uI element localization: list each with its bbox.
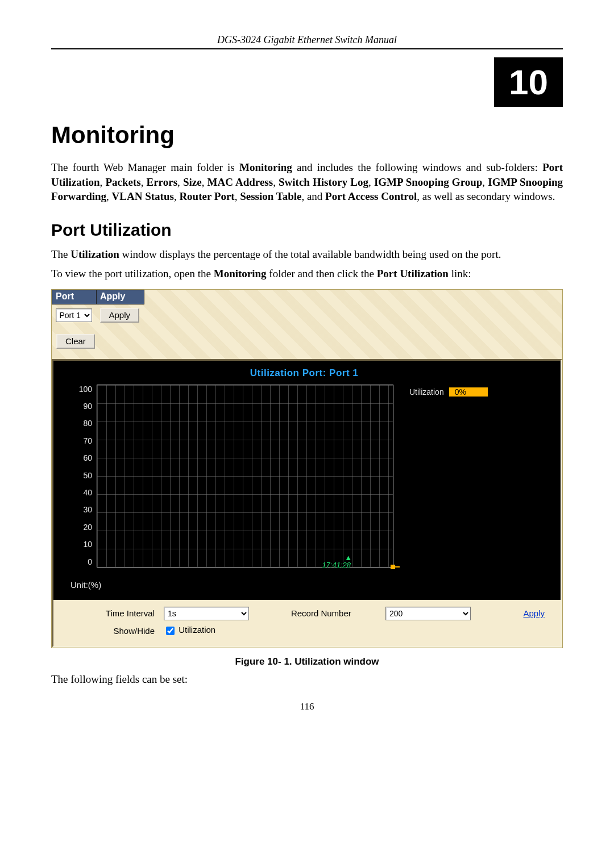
port-apply-table: Port Apply Port 1 Apply bbox=[52, 290, 144, 327]
port-select[interactable]: Port 1 bbox=[56, 308, 92, 322]
chart-controls: Time Interval 1s Record Number 200 bbox=[53, 600, 561, 646]
port-util-desc-2: To view the port utilization, open the M… bbox=[51, 266, 563, 281]
x-axis-marker: ▲ 17:41:28 bbox=[322, 555, 351, 569]
show-hide-label: Show/Hide bbox=[65, 623, 159, 639]
controls-apply-link[interactable]: Apply bbox=[523, 608, 545, 618]
chart-grid: ▲ 17:41:28 bbox=[97, 385, 393, 567]
trailing-paragraph: The following fields can be set: bbox=[51, 672, 563, 687]
y-tick: 100 bbox=[79, 385, 92, 394]
time-interval-label: Time Interval bbox=[65, 604, 159, 623]
chart-panel: Utilization Port: Port 1 100 90 80 70 60… bbox=[53, 361, 561, 600]
chart-title: Utilization Port: Port 1 bbox=[53, 368, 555, 379]
y-tick: 90 bbox=[83, 402, 92, 411]
utilization-checkbox-label: Utilization bbox=[179, 625, 215, 635]
y-tick: 50 bbox=[83, 471, 92, 480]
y-tick: 30 bbox=[83, 505, 92, 514]
apply-column-header: Apply bbox=[97, 290, 144, 304]
y-tick: 80 bbox=[83, 419, 92, 428]
figure-caption: Figure 10- 1. Utilization window bbox=[51, 656, 563, 667]
apply-button[interactable]: Apply bbox=[100, 308, 140, 323]
page-number: 116 bbox=[51, 701, 563, 712]
data-line-icon bbox=[391, 566, 400, 567]
port-column-header: Port bbox=[52, 290, 97, 304]
y-tick: 70 bbox=[83, 436, 92, 445]
header-rule bbox=[51, 48, 563, 49]
clear-button[interactable]: Clear bbox=[56, 334, 95, 349]
y-tick: 10 bbox=[83, 540, 92, 549]
y-tick: 0 bbox=[88, 557, 92, 566]
y-tick: 40 bbox=[83, 488, 92, 497]
unit-label: Unit:(%) bbox=[53, 567, 555, 594]
caret-up-icon: ▲ bbox=[322, 555, 351, 561]
record-number-label: Record Number bbox=[287, 604, 381, 623]
legend-label: Utilization bbox=[409, 387, 444, 397]
chart-legend: Utilization 0% bbox=[409, 387, 488, 397]
y-tick: 60 bbox=[83, 453, 92, 462]
chapter-title: Monitoring bbox=[51, 122, 563, 149]
utilization-checkbox[interactable] bbox=[166, 627, 175, 635]
y-axis: 100 90 80 70 60 50 40 30 20 10 0 bbox=[65, 385, 97, 566]
running-head: DGS-3024 Gigabit Ethernet Switch Manual bbox=[51, 34, 563, 46]
port-util-desc-1: The Utilization window displays the perc… bbox=[51, 247, 563, 262]
chapter-number-box: 10 bbox=[494, 57, 563, 107]
record-number-select[interactable]: 200 bbox=[385, 607, 471, 620]
section-title-port-utilization: Port Utilization bbox=[51, 219, 563, 242]
x-axis-timestamp: 17:41:28 bbox=[322, 561, 351, 569]
legend-value-swatch: 0% bbox=[449, 387, 488, 397]
intro-paragraph: The fourth Web Manager main folder is Mo… bbox=[51, 160, 563, 204]
utilization-window-screenshot: Port Apply Port 1 Apply Clear bbox=[51, 289, 563, 648]
y-tick: 20 bbox=[83, 523, 92, 532]
time-interval-select[interactable]: 1s bbox=[164, 607, 249, 620]
